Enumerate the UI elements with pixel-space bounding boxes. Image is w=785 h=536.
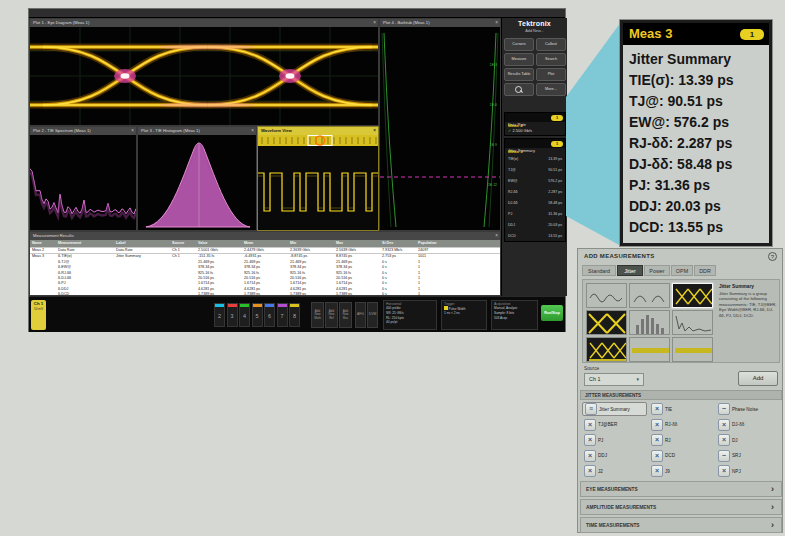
summary-icon: ≡: [585, 403, 597, 415]
cursors-button[interactable]: Cursors: [504, 38, 534, 51]
measure-button[interactable]: Measure: [504, 53, 534, 66]
add-button[interactable]: Add: [738, 371, 778, 386]
channel-7-button[interactable]: 7: [277, 303, 288, 327]
table-row[interactable]: Meas 2Data RateData RateCh 12.5001 Gb/s2…: [30, 247, 500, 253]
dvm-button[interactable]: DVM: [367, 302, 378, 328]
results-title-bar[interactable]: Measurement Results ×: [30, 232, 500, 240]
table-header-row: NameMeasurementLabelSourceValueMeanMinMa…: [30, 240, 500, 247]
measurement-rj[interactable]: ×RJ: [649, 433, 714, 447]
run-stop-button[interactable]: Run/Stop: [541, 305, 563, 321]
measurement-j2[interactable]: ×J2: [582, 464, 647, 478]
help-icon[interactable]: ?: [768, 252, 777, 261]
badge-count: 1: [551, 141, 563, 147]
callout-line: DCD: 13.55 ps: [629, 217, 767, 238]
channel-6-button[interactable]: 6: [264, 303, 275, 327]
tab-ddr[interactable]: DDR: [694, 265, 716, 276]
add-new-bus-button[interactable]: Add New Bus: [339, 302, 352, 328]
tab-opm[interactable]: OPM: [671, 265, 693, 276]
plot-title: Plot 4 - Bathtub (Meas 1): [383, 20, 430, 25]
measurement-tj-ber[interactable]: ×TJ@BER: [582, 418, 647, 432]
source-select[interactable]: Ch 1 ▾: [584, 373, 644, 386]
thumbnail-trace[interactable]: [586, 283, 627, 308]
thumbnail-strip[interactable]: [672, 337, 713, 362]
tab-jitter[interactable]: Jitter: [617, 265, 643, 276]
x-eye-icon: ×: [651, 403, 663, 415]
stat-label: DJ-δδ: [508, 198, 518, 209]
measurement-description: Jitter Summary Jitter Summary is a group…: [719, 284, 777, 318]
close-icon[interactable]: ×: [131, 127, 134, 135]
callout-button[interactable]: Callout: [536, 38, 566, 51]
channel-1-badge[interactable]: Ch 1 50 mV: [31, 300, 46, 330]
channel-4-button[interactable]: 4: [239, 303, 250, 327]
plot-title-bar[interactable]: Plot 2 - TIE Spectrum (Meas 1) ×: [30, 127, 136, 135]
channel-3-button[interactable]: 3: [227, 303, 238, 327]
thumbnail-curves[interactable]: [629, 283, 670, 308]
measurement-pj[interactable]: ×PJ: [582, 433, 647, 447]
stat-value: 90.51 ps: [548, 165, 562, 176]
callout-count-badge: 1: [740, 29, 764, 40]
measurement-dj[interactable]: ×DJ: [716, 433, 781, 447]
close-icon[interactable]: ×: [495, 19, 498, 27]
measurement-jitter-summary[interactable]: ≡Jitter Summary: [582, 402, 647, 416]
tab-standard[interactable]: Standard: [582, 265, 616, 276]
search-button[interactable]: Search: [536, 53, 566, 66]
meas2-badge[interactable]: Meas 2 1 Data Rate ✓ 2.500 Gb/s: [504, 112, 566, 136]
channel-8-button[interactable]: 8: [289, 303, 300, 327]
channel-2-button[interactable]: 2: [214, 303, 225, 327]
measurement-npj[interactable]: ×NPJ: [716, 464, 781, 478]
thumbnail-histogram[interactable]: [629, 310, 670, 335]
acquisition-settings-panel[interactable]: Acquisition Manual, AnalyzeSample: 8 bit…: [491, 300, 538, 330]
more-button[interactable]: More...: [536, 83, 566, 96]
plot-title-bar[interactable]: Plot 3 - TIE Histogram (Meas 1) ×: [138, 127, 256, 135]
waveform-view: Waveform View ×: [257, 126, 379, 231]
badge-stat-row: DCD13.55 ps: [505, 231, 565, 242]
channel-number: 4: [240, 307, 249, 325]
x-eye-icon: ×: [651, 450, 663, 462]
thumbnail-strip[interactable]: [629, 337, 670, 362]
section-amplitude-measurements[interactable]: AMPLITUDE MEASUREMENTS›: [580, 499, 782, 515]
results-table-button[interactable]: Results Table: [504, 68, 534, 81]
meas3-badge[interactable]: Meas 3 1 Jitter Summary TIE(σ)13.39 psTJ…: [504, 138, 566, 242]
close-icon[interactable]: ×: [373, 127, 376, 135]
close-icon[interactable]: ×: [495, 232, 498, 240]
measurement-label: DJ: [732, 438, 738, 443]
thumbnail-eye[interactable]: [672, 283, 713, 308]
measurement-label: SRJ: [732, 453, 741, 458]
measurement-srj[interactable]: ~SRJ: [716, 449, 781, 463]
horizontal-settings-panel[interactable]: Horizontal 400 ps/divSR: 25 GS/sRL: 250 …: [383, 300, 437, 330]
plot-title-bar[interactable]: Waveform View ×: [258, 127, 378, 135]
channel-5-button[interactable]: 5: [252, 303, 263, 327]
badge-stat-row: EW@576.2 ps: [505, 176, 565, 187]
plot-title-bar[interactable]: Plot 4 - Bathtub (Meas 1) ×: [380, 19, 500, 27]
thumbnail-eye-small[interactable]: [586, 337, 627, 362]
plot-title-bar[interactable]: Plot 1 - Eye Diagram (Meas 1) ×: [30, 19, 378, 27]
trigger-settings-panel[interactable]: Trigger Pulse Width 1 ns < 2 ns: [441, 300, 487, 330]
measurement-dj-[interactable]: ×DJ-δδ: [716, 418, 781, 432]
measurement-dcd[interactable]: ×DCD: [649, 449, 714, 463]
plot-button[interactable]: Plot: [536, 68, 566, 81]
curve-icon: ~: [718, 403, 730, 415]
stat-label: DCD: [508, 231, 516, 242]
zoom-button[interactable]: [504, 83, 534, 96]
measurement-label: PJ: [598, 438, 603, 443]
measurement-rj-[interactable]: ×RJ-δδ: [649, 418, 714, 432]
tab-power[interactable]: Power: [644, 265, 670, 276]
section-time-measurements[interactable]: TIME MEASUREMENTS›: [580, 517, 782, 533]
column-header: Name: [30, 240, 56, 247]
afg-button[interactable]: AFG: [355, 302, 366, 328]
add-new-ref-button[interactable]: Add New Ref: [325, 302, 338, 328]
description-text: Jitter Summary is a group consisting of …: [719, 291, 777, 318]
measurement-j9[interactable]: ×J9: [649, 464, 714, 478]
thumbnail-spectrum[interactable]: [672, 310, 713, 335]
measurement-label: NPJ: [732, 469, 741, 474]
add-new-math-button[interactable]: Add New Math: [311, 302, 324, 328]
measurement-tie[interactable]: ×TIE: [649, 402, 714, 416]
section-eye-measurements[interactable]: EYE MEASUREMENTS›: [580, 481, 782, 497]
measurement-ddj[interactable]: ×DDJ: [582, 449, 647, 463]
close-icon[interactable]: ×: [251, 127, 254, 135]
thumbnail-eye-large[interactable]: [586, 310, 627, 335]
plot-tie-histogram: Plot 3 - TIE Histogram (Meas 1) ×: [137, 126, 257, 231]
measurement-phase-noise[interactable]: ~Phase Noise: [716, 402, 781, 416]
add-new-label[interactable]: Add New...: [502, 29, 567, 33]
close-icon[interactable]: ×: [373, 19, 376, 27]
